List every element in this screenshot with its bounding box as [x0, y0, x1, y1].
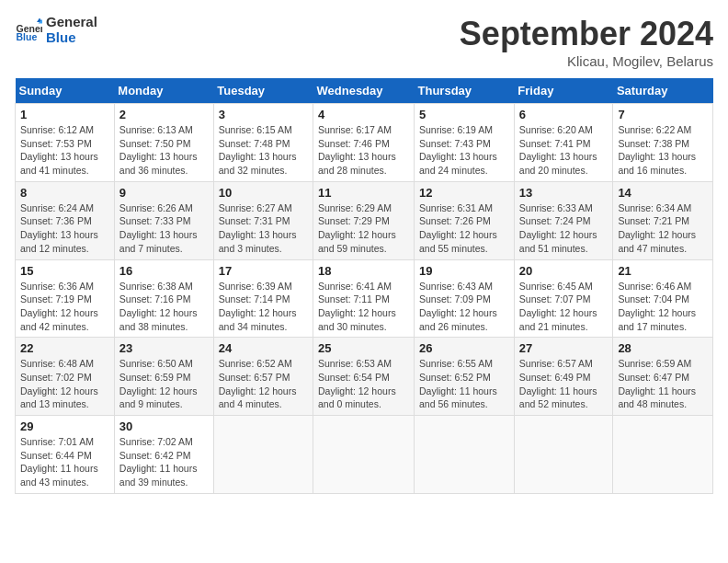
day-detail: Sunrise: 6:26 AMSunset: 7:33 PMDaylight:…	[119, 201, 209, 256]
day-number: 10	[219, 186, 308, 200]
day-detail: Sunrise: 6:55 AMSunset: 6:52 PMDaylight:…	[419, 357, 509, 411]
day-detail: Sunrise: 6:12 AMSunset: 7:53 PMDaylight:…	[20, 123, 109, 178]
weekday-sunday: Sunday	[16, 78, 115, 104]
day-detail: Sunrise: 6:24 AMSunset: 7:36 PMDaylight:…	[20, 201, 109, 256]
day-number: 20	[519, 264, 609, 278]
weekday-tuesday: Tuesday	[213, 78, 313, 104]
calendar-cell: 19 Sunrise: 6:43 AMSunset: 7:09 PMDaylig…	[415, 259, 515, 338]
day-detail: Sunrise: 6:31 AMSunset: 7:26 PMDaylight:…	[419, 201, 509, 256]
day-number: 19	[419, 264, 509, 278]
day-detail: Sunrise: 6:22 AMSunset: 7:38 PMDaylight:…	[618, 123, 708, 178]
weekday-wednesday: Wednesday	[313, 78, 415, 104]
weekday-saturday: Saturday	[613, 78, 713, 104]
calendar-cell: 30 Sunrise: 7:02 AMSunset: 6:42 PMDaylig…	[114, 416, 213, 494]
day-number: 22	[20, 341, 109, 355]
week-row-2: 8 Sunrise: 6:24 AMSunset: 7:36 PMDayligh…	[16, 181, 713, 259]
calendar-table: SundayMondayTuesdayWednesdayThursdayFrid…	[15, 78, 713, 494]
day-detail: Sunrise: 6:39 AMSunset: 7:14 PMDaylight:…	[219, 280, 308, 334]
calendar-cell: 29 Sunrise: 7:01 AMSunset: 6:44 PMDaylig…	[16, 416, 115, 494]
weekday-header-row: SundayMondayTuesdayWednesdayThursdayFrid…	[16, 78, 713, 104]
calendar-cell: 4 Sunrise: 6:17 AMSunset: 7:46 PMDayligh…	[313, 104, 415, 182]
day-detail: Sunrise: 6:52 AMSunset: 6:57 PMDaylight:…	[219, 357, 308, 411]
calendar-cell: 18 Sunrise: 6:41 AMSunset: 7:11 PMDaylig…	[313, 259, 415, 338]
week-row-1: 1 Sunrise: 6:12 AMSunset: 7:53 PMDayligh…	[16, 104, 713, 182]
page-header: General Blue General Blue September 2024…	[15, 15, 713, 69]
day-number: 13	[519, 186, 609, 200]
day-detail: Sunrise: 6:36 AMSunset: 7:19 PMDaylight:…	[20, 280, 109, 334]
calendar-cell: 12 Sunrise: 6:31 AMSunset: 7:26 PMDaylig…	[415, 181, 515, 259]
calendar-cell: 14 Sunrise: 6:34 AMSunset: 7:21 PMDaylig…	[613, 181, 713, 259]
calendar-cell: 21 Sunrise: 6:46 AMSunset: 7:04 PMDaylig…	[613, 259, 713, 338]
calendar-cell: 22 Sunrise: 6:48 AMSunset: 7:02 PMDaylig…	[16, 338, 115, 416]
weekday-friday: Friday	[514, 78, 613, 104]
day-detail: Sunrise: 6:53 AMSunset: 6:54 PMDaylight:…	[318, 357, 409, 411]
day-detail: Sunrise: 6:29 AMSunset: 7:29 PMDaylight:…	[318, 201, 409, 256]
calendar-cell: 28 Sunrise: 6:59 AMSunset: 6:47 PMDaylig…	[613, 338, 713, 416]
calendar-cell: 23 Sunrise: 6:50 AMSunset: 6:59 PMDaylig…	[114, 338, 213, 416]
day-number: 12	[419, 186, 509, 200]
logo-text-blue: Blue	[46, 30, 97, 46]
calendar-cell: 2 Sunrise: 6:13 AMSunset: 7:50 PMDayligh…	[114, 104, 213, 182]
calendar-cell: 7 Sunrise: 6:22 AMSunset: 7:38 PMDayligh…	[613, 104, 713, 182]
day-number: 15	[20, 264, 109, 278]
calendar-cell: 20 Sunrise: 6:45 AMSunset: 7:07 PMDaylig…	[514, 259, 613, 338]
calendar-cell	[415, 416, 515, 494]
day-detail: Sunrise: 6:34 AMSunset: 7:21 PMDaylight:…	[618, 201, 708, 256]
calendar-cell: 17 Sunrise: 6:39 AMSunset: 7:14 PMDaylig…	[213, 259, 313, 338]
calendar-cell: 1 Sunrise: 6:12 AMSunset: 7:53 PMDayligh…	[16, 104, 115, 182]
day-number: 6	[519, 108, 609, 121]
logo-icon: General Blue	[15, 17, 42, 44]
calendar-cell: 6 Sunrise: 6:20 AMSunset: 7:41 PMDayligh…	[514, 104, 613, 182]
day-number: 2	[119, 108, 209, 121]
day-detail: Sunrise: 6:50 AMSunset: 6:59 PMDaylight:…	[119, 357, 209, 411]
day-detail: Sunrise: 6:33 AMSunset: 7:24 PMDaylight:…	[519, 201, 609, 256]
calendar-cell: 26 Sunrise: 6:55 AMSunset: 6:52 PMDaylig…	[415, 338, 515, 416]
weekday-monday: Monday	[114, 78, 213, 104]
day-number: 9	[119, 186, 209, 200]
calendar-cell: 3 Sunrise: 6:15 AMSunset: 7:48 PMDayligh…	[213, 104, 313, 182]
day-detail: Sunrise: 6:45 AMSunset: 7:07 PMDaylight:…	[519, 280, 609, 334]
calendar-cell: 13 Sunrise: 6:33 AMSunset: 7:24 PMDaylig…	[514, 181, 613, 259]
svg-text:Blue: Blue	[17, 31, 38, 42]
day-number: 16	[119, 264, 209, 278]
day-detail: Sunrise: 6:38 AMSunset: 7:16 PMDaylight:…	[119, 280, 209, 334]
month-title: September 2024	[460, 15, 713, 53]
day-number: 30	[119, 419, 209, 433]
day-detail: Sunrise: 6:19 AMSunset: 7:43 PMDaylight:…	[419, 123, 509, 178]
calendar-cell: 8 Sunrise: 6:24 AMSunset: 7:36 PMDayligh…	[16, 181, 115, 259]
day-number: 25	[318, 341, 409, 355]
day-detail: Sunrise: 6:59 AMSunset: 6:47 PMDaylight:…	[618, 357, 708, 411]
day-detail: Sunrise: 6:46 AMSunset: 7:04 PMDaylight:…	[618, 280, 708, 334]
calendar-cell: 25 Sunrise: 6:53 AMSunset: 6:54 PMDaylig…	[313, 338, 415, 416]
day-number: 7	[618, 108, 708, 121]
week-row-5: 29 Sunrise: 7:01 AMSunset: 6:44 PMDaylig…	[16, 416, 713, 494]
day-number: 18	[318, 264, 409, 278]
calendar-header: SundayMondayTuesdayWednesdayThursdayFrid…	[16, 78, 713, 104]
day-number: 27	[519, 341, 609, 355]
calendar-cell: 16 Sunrise: 6:38 AMSunset: 7:16 PMDaylig…	[114, 259, 213, 338]
day-number: 4	[318, 108, 409, 121]
logo-text-general: General	[46, 15, 97, 30]
logo: General Blue General Blue	[15, 15, 97, 45]
day-number: 21	[618, 264, 708, 278]
day-number: 8	[20, 186, 109, 200]
calendar-cell	[313, 416, 415, 494]
day-number: 14	[618, 186, 708, 200]
title-area: September 2024 Klicau, Mogilev, Belarus	[460, 15, 713, 69]
calendar-cell: 9 Sunrise: 6:26 AMSunset: 7:33 PMDayligh…	[114, 181, 213, 259]
day-detail: Sunrise: 6:20 AMSunset: 7:41 PMDaylight:…	[519, 123, 609, 178]
day-detail: Sunrise: 7:02 AMSunset: 6:42 PMDaylight:…	[119, 435, 209, 489]
day-detail: Sunrise: 6:48 AMSunset: 7:02 PMDaylight:…	[20, 357, 109, 411]
day-number: 17	[219, 264, 308, 278]
calendar-cell: 10 Sunrise: 6:27 AMSunset: 7:31 PMDaylig…	[213, 181, 313, 259]
calendar-cell: 5 Sunrise: 6:19 AMSunset: 7:43 PMDayligh…	[415, 104, 515, 182]
day-detail: Sunrise: 6:41 AMSunset: 7:11 PMDaylight:…	[318, 280, 409, 334]
day-detail: Sunrise: 6:17 AMSunset: 7:46 PMDaylight:…	[318, 123, 409, 178]
day-detail: Sunrise: 6:43 AMSunset: 7:09 PMDaylight:…	[419, 280, 509, 334]
day-detail: Sunrise: 7:01 AMSunset: 6:44 PMDaylight:…	[20, 435, 109, 489]
day-number: 28	[618, 341, 708, 355]
weekday-thursday: Thursday	[415, 78, 515, 104]
day-number: 23	[119, 341, 209, 355]
week-row-3: 15 Sunrise: 6:36 AMSunset: 7:19 PMDaylig…	[16, 259, 713, 338]
calendar-cell: 27 Sunrise: 6:57 AMSunset: 6:49 PMDaylig…	[514, 338, 613, 416]
